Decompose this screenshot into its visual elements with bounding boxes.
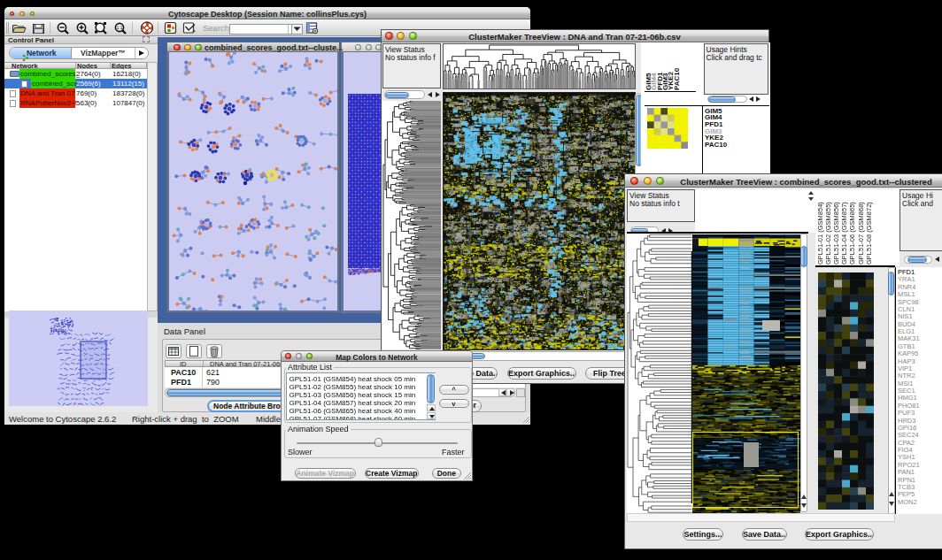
svg-text:1:1: 1:1	[117, 25, 123, 30]
svg-text:Search:: Search:	[203, 23, 232, 33]
